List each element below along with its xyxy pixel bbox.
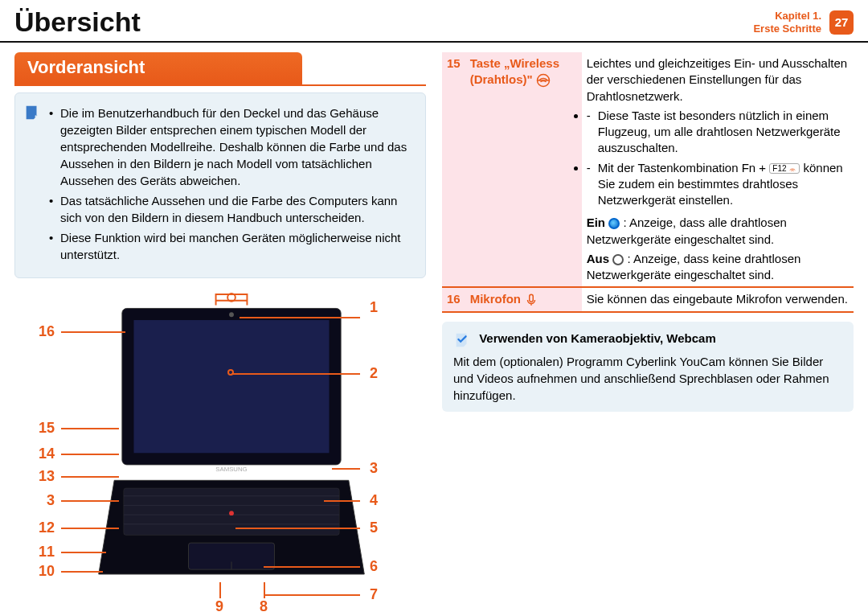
callout-label: 6 [370,558,378,575]
callout-line [61,500,119,502]
svg-point-2 [229,312,234,317]
header-right: Kapitel 1. Erste Schritte 27 [753,10,854,35]
desc-bullets: Diese Taste ist besonders nützlich in ei… [587,108,849,209]
note-item: Die im Benutzerhandbuch für den Deckel u… [49,105,412,189]
callout-line [61,454,119,455]
note-item: Diese Funktion wird bei manchen Geräten … [49,229,412,263]
callout-line [231,373,360,375]
desc-text: Mit der Tastenkombination Fn + [598,161,770,175]
feature-table: 15 Taste „Wireless (Drahtlos)" Leichtes … [442,52,854,314]
callout-line [264,566,360,568]
callout-label: 11 [39,544,55,561]
laptop-illustration: SAMSUNG [87,293,376,601]
callout-label: 2 [370,365,378,382]
callout-label: 1 [370,299,378,316]
section-title: Vorderansicht [14,52,302,84]
desc-bullet: Diese Taste ist besonders nützlich in ei… [587,108,849,157]
ein-label: Ein [587,216,605,229]
callout-label: 4 [370,492,378,509]
section-underline [14,84,426,86]
callout-line [264,582,265,598]
wifi-glyph-icon [788,166,796,172]
row-description: Sie können das eingebaute Mikrofon verwe… [582,287,854,311]
right-column: 15 Taste „Wireless (Drahtlos)" Leichtes … [442,52,854,614]
callout-label: 5 [370,519,378,536]
callout-label: 14 [39,446,55,462]
key-f12-icon: F12 [769,163,800,174]
callout-label: 10 [39,563,55,580]
aus-label: Aus [587,252,609,265]
callout-label: 8 [260,598,268,615]
row-name: Mikrofon [465,287,582,311]
svg-rect-14 [530,295,534,302]
callout-label: 7 [370,586,378,603]
status-off: Aus : Anzeige, dass keine drahtlosen Net… [587,251,849,284]
tip-box: Verwenden von Kameraobjektiv, Webcam Mit… [442,322,854,412]
chapter-line1: Kapitel 1. [753,10,821,23]
table-row: 16 Mikrofon Sie können das eingebaute Mi… [442,287,854,311]
page-number-badge: 27 [829,10,854,35]
content: Vorderansicht Die im Benutzerhandbuch fü… [0,43,868,616]
callout-label: 3 [47,492,55,509]
row-description: Ein : Anzeige, dass alle drahtlosen Netz… [582,211,854,287]
status-on: Ein : Anzeige, dass alle drahtlosen Netz… [587,215,849,248]
feature-name: Mikrofon [470,292,521,306]
callout-label: 15 [39,420,55,437]
callout-line [61,528,119,529]
callout-line [219,582,221,598]
row-number: 16 [442,287,465,311]
chapter-line2: Erste Schritte [753,23,821,35]
note-box: Die im Benutzerhandbuch für den Deckel u… [14,92,426,278]
row-number: 15 [442,52,465,287]
desc-bullet: Mit der Tastenkombination Fn + F12 könne… [587,160,849,209]
callout-label: 3 [370,460,378,477]
callout-line [61,552,106,553]
led-off-icon [612,254,624,265]
desc-intro: Leichtes und gleichzeitiges Ein- und Aus… [587,55,849,105]
callout-line [235,528,360,529]
svg-text:SAMSUNG: SAMSUNG [215,466,247,473]
tip-title: Verwenden von Kameraobjektiv, Webcam [479,331,716,345]
tip-header: Verwenden von Kameraobjektiv, Webcam [453,330,842,348]
tip-body: Mit dem (optionalen) Programm Cyberlink … [453,353,842,404]
note-icon [23,103,41,121]
microphone-icon [524,293,538,307]
chapter-label: Kapitel 1. Erste Schritte [753,10,821,35]
left-column: Vorderansicht Die im Benutzerhandbuch fü… [14,52,426,614]
laptop-icon: SAMSUNG [91,293,372,598]
front-view-diagram: SAMSUNG [14,293,426,614]
callout-line [61,476,119,478]
row-name: Taste „Wireless (Drahtlos)" [465,52,582,287]
callout-line [61,331,125,333]
svg-rect-1 [133,320,329,453]
callout-label: 13 [39,468,55,485]
callout-label: 9 [215,598,223,615]
row-description: Leichtes und gleichzeitiges Ein- und Aus… [582,52,854,211]
note-list: Die im Benutzerhandbuch für den Deckel u… [49,105,412,263]
table-row: 15 Taste „Wireless (Drahtlos)" Leichtes … [442,52,854,211]
callout-line [240,317,360,318]
table-row-sep [442,312,854,314]
page-title: Übersicht [14,6,141,38]
callout-line [332,468,360,470]
svg-point-10 [229,511,234,515]
callout-line [264,594,360,596]
led-on-icon [608,218,620,229]
callout-label: 12 [39,519,55,536]
callout-line [61,428,119,429]
note-item: Das tatsächliche Aussehen und die Farbe … [49,192,412,226]
wifi-airplane-icon [536,73,551,88]
callout-dot [227,369,234,376]
callout-line [61,571,103,573]
callout-label: 16 [39,323,55,340]
page-header: Übersicht Kapitel 1. Erste Schritte 27 [0,0,868,43]
callout-line [324,500,360,502]
check-note-icon [453,331,471,348]
